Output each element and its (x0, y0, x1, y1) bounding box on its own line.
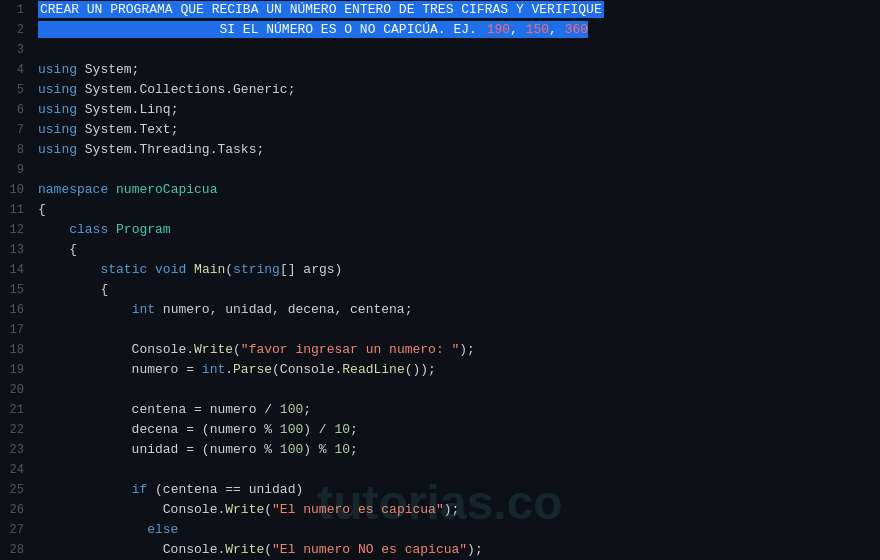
code-line-3 (38, 40, 880, 60)
code-line-13: { (38, 240, 880, 260)
code-line-21: centena = numero / 100; (38, 400, 880, 420)
code-line-4: using System; (38, 60, 880, 80)
code-line-26: Console.Write("El numero es capicua"); (38, 500, 880, 520)
code-line-23: unidad = (numero % 100) % 10; (38, 440, 880, 460)
code-line-17 (38, 320, 880, 340)
code-line-25: if (centena == unidad) (38, 480, 880, 500)
code-line-22: decena = (numero % 100) / 10; (38, 420, 880, 440)
code-line-20 (38, 380, 880, 400)
code-line-10: namespace numeroCapicua (38, 180, 880, 200)
code-line-14: static void Main(string[] args) (38, 260, 880, 280)
code-line-7: using System.Text; (38, 120, 880, 140)
code-editor: 12345 678910 1112131415 1617181920 21222… (0, 0, 880, 560)
code-line-2: SI EL NÚMERO ES O NO CAPICÚA. EJ. 190, 1… (38, 20, 880, 40)
code-line-8: using System.Threading.Tasks; (38, 140, 880, 160)
code-line-27: else (38, 520, 880, 540)
code-line-1: CREAR UN PROGRAMA QUE RECIBA UN NÚMERO E… (38, 0, 880, 20)
code-line-16: int numero, unidad, decena, centena; (38, 300, 880, 320)
code-line-6: using System.Linq; (38, 100, 880, 120)
code-line-12: class Program (38, 220, 880, 240)
code-content: CREAR UN PROGRAMA QUE RECIBA UN NÚMERO E… (32, 0, 880, 560)
code-line-19: numero = int.Parse(Console.ReadLine()); (38, 360, 880, 380)
code-line-9 (38, 160, 880, 180)
code-line-28: Console.Write("El numero NO es capicua")… (38, 540, 880, 560)
code-area: 12345 678910 1112131415 1617181920 21222… (0, 0, 880, 560)
code-line-18: Console.Write("favor ingresar un numero:… (38, 340, 880, 360)
code-line-11: { (38, 200, 880, 220)
code-line-24 (38, 460, 880, 480)
code-line-15: { (38, 280, 880, 300)
code-line-5: using System.Collections.Generic; (38, 80, 880, 100)
line-numbers: 12345 678910 1112131415 1617181920 21222… (0, 0, 32, 560)
